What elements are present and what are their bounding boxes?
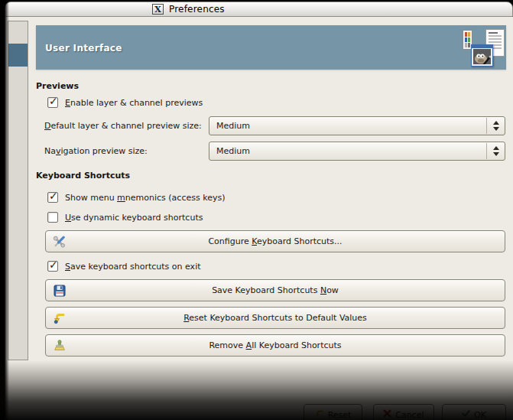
paintbrush-icon <box>52 338 67 353</box>
checkbox-save-shortcuts-on-exit[interactable]: ✓ Save keyboard shortcuts on exit <box>47 260 201 272</box>
checkbox-box[interactable]: ✓ <box>47 261 58 272</box>
checkbox-box[interactable]: ✓ <box>47 192 58 203</box>
red-x-icon <box>383 409 391 420</box>
combo-selected-value: Medium <box>209 146 250 156</box>
checkbox-label: Show menu mnemonics (access keys) <box>65 193 225 203</box>
button-label: Reset Keyboard Shortcuts to Default Valu… <box>183 313 367 323</box>
check-icon <box>462 409 470 420</box>
arrow-up-icon <box>493 146 499 150</box>
button-label: Save Keyboard Shortcuts Now <box>212 285 339 295</box>
wrench-screwdriver-icon <box>52 234 67 249</box>
previews-heading: Previews <box>36 81 79 91</box>
checkmark: ✓ <box>49 190 58 202</box>
checkmark: ✓ <box>49 95 58 107</box>
reset-keyboard-shortcuts-button[interactable]: Reset Keyboard Shortcuts to Default Valu… <box>45 307 505 329</box>
reset-button[interactable]: Reset <box>304 404 362 420</box>
remove-all-keyboard-shortcuts-button[interactable]: Remove All Keyboard Shortcuts <box>45 334 505 357</box>
checkbox-label: Save keyboard shortcuts on exit <box>65 262 201 272</box>
navigation-preview-size-combo[interactable]: Medium <box>209 142 505 161</box>
arrow-up-icon <box>493 121 499 125</box>
wilber-window-body <box>473 49 491 64</box>
combo-spinner[interactable] <box>486 118 505 134</box>
floppy-disk-icon <box>52 283 67 298</box>
revert-arrow-icon <box>52 311 67 326</box>
configure-keyboard-shortcuts-button[interactable]: Configure Keyboard Shortcuts... <box>45 230 505 252</box>
button-label: OK <box>474 410 486 420</box>
ok-button[interactable]: OK <box>442 404 506 420</box>
navigation-preview-size-label: Navigation preview size: <box>44 145 148 157</box>
revert-arrow-icon <box>315 409 324 420</box>
button-label: Reset <box>328 410 352 420</box>
checkbox-label: Enable layer & channel previews <box>65 98 203 108</box>
checkbox-label: Use dynamic keyboard shortcuts <box>65 213 203 223</box>
wilber-face <box>473 49 491 64</box>
window-title: Preferences <box>169 4 225 15</box>
checkbox-enable-layer-channel-previews[interactable]: ✓ Enable layer & channel previews <box>47 96 203 109</box>
button-label: Remove All Keyboard Shortcuts <box>209 340 341 350</box>
window-titlebar[interactable]: X Preferences <box>5 2 513 17</box>
button-label: Cancel <box>395 410 424 420</box>
wilber-window-icon <box>471 44 493 67</box>
titlebar-title-group: X Preferences <box>152 2 225 16</box>
preferences-dialog: User Interface <box>5 17 513 420</box>
screen: X Preferences User Interface <box>0 0 513 420</box>
checkbox-box[interactable] <box>47 212 58 223</box>
checkbox-box[interactable]: ✓ <box>47 97 58 108</box>
tree-selected-item[interactable] <box>8 44 28 67</box>
page-header: User Interface <box>36 25 506 70</box>
preferences-category-tree[interactable] <box>8 21 28 360</box>
combo-selected-value: Medium <box>209 121 250 131</box>
page-title: User Interface <box>45 43 122 54</box>
button-label: Configure Keyboard Shortcuts... <box>208 236 342 246</box>
checkmark: ✓ <box>49 259 58 271</box>
checkbox-show-menu-mnemonics[interactable]: ✓ Show menu mnemonics (access keys) <box>47 191 225 203</box>
arrow-down-icon <box>493 127 499 131</box>
arrow-down-icon <box>493 152 499 156</box>
default-preview-size-combo[interactable]: Medium <box>209 116 505 135</box>
wilber-window-titlebar <box>472 45 492 48</box>
checkbox-dynamic-keyboard-shortcuts[interactable]: Use dynamic keyboard shortcuts <box>47 211 203 223</box>
save-keyboard-shortcuts-now-button[interactable]: Save Keyboard Shortcuts Now <box>45 279 505 301</box>
default-preview-size-label: Default layer & channel preview size: <box>44 119 202 132</box>
combo-spinner[interactable] <box>486 143 505 159</box>
cancel-button[interactable]: Cancel <box>373 404 434 420</box>
keyboard-shortcuts-heading: Keyboard Shortcuts <box>36 171 130 181</box>
x11-window-icon: X <box>152 4 164 15</box>
